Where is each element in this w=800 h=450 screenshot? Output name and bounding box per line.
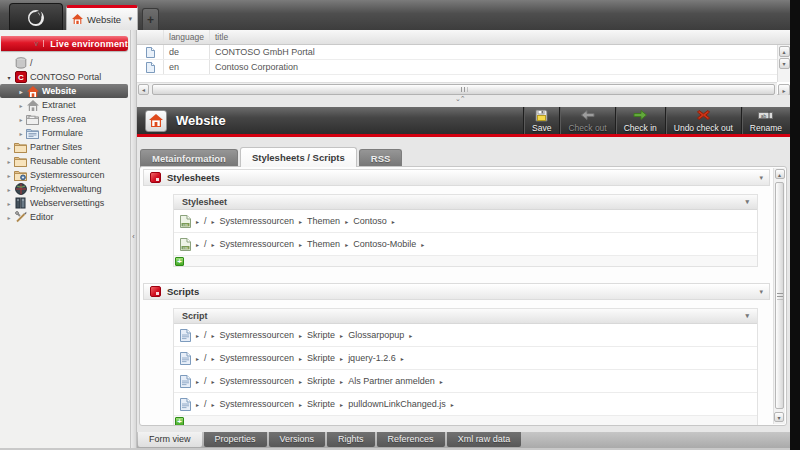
- group-header[interactable]: Stylesheet▾: [174, 195, 757, 210]
- scrollbar-thumb[interactable]: [152, 84, 775, 95]
- breadcrumb-item[interactable]: Themen: [307, 216, 340, 226]
- save-button[interactable]: Save: [523, 107, 559, 134]
- view-tab-form-view[interactable]: Form view: [138, 432, 202, 447]
- window-tab-website[interactable]: Website ▾: [66, 5, 138, 30]
- breadcrumb-item[interactable]: /: [204, 353, 207, 363]
- language-table-row[interactable]: deCONTOSO GmbH Portal: [137, 45, 790, 60]
- sidebar-item-website[interactable]: ▸Website: [0, 84, 128, 98]
- language-table-row[interactable]: enContoso Corporation: [137, 60, 790, 75]
- scroll-down-button[interactable]: ▾: [774, 412, 784, 422]
- scrollbar-thumb[interactable]: [775, 182, 784, 409]
- view-tab-properties[interactable]: Properties: [204, 432, 267, 447]
- breadcrumb-item[interactable]: Contoso: [353, 216, 387, 226]
- breadcrumb-item[interactable]: Systemressourcen: [220, 399, 295, 409]
- breadcrumb-item[interactable]: Skripte: [307, 330, 335, 340]
- view-tab-rights[interactable]: Rights: [327, 432, 375, 447]
- sidebar-item-root[interactable]: /: [0, 56, 129, 70]
- tree-expand-icon[interactable]: ▸: [17, 88, 25, 95]
- sidebar-item-editor[interactable]: ▸Editor: [0, 210, 129, 224]
- breadcrumb-item[interactable]: /: [204, 216, 207, 226]
- breadcrumb-item[interactable]: pulldownLinkChanged.js: [348, 399, 446, 409]
- breadcrumb-item[interactable]: jquery-1.2.6: [348, 353, 396, 363]
- tree-expand-icon[interactable]: ▸: [5, 186, 13, 193]
- column-header-language[interactable]: language: [163, 30, 209, 44]
- tab-stylesheets-scripts[interactable]: Stylesheets / Scripts: [240, 147, 357, 167]
- rename-button[interactable]: abRename: [741, 107, 790, 134]
- chevron-down-icon[interactable]: ▾: [128, 15, 132, 23]
- tree-expand-icon[interactable]: ▸: [17, 116, 25, 123]
- breadcrumb-item[interactable]: Systemressourcen: [220, 330, 295, 340]
- tree-expand-icon[interactable]: ▸: [5, 200, 13, 207]
- scroll-up-button[interactable]: ▴: [775, 169, 785, 179]
- editor-content: MetainformationStylesheets / ScriptsRSS …: [137, 137, 790, 432]
- chevron-down-icon[interactable]: v: [29, 40, 44, 47]
- tree-expand-icon[interactable]: ▸: [5, 172, 13, 179]
- splitter-collapse-handle[interactable]: ‹: [131, 233, 136, 240]
- add-item-button[interactable]: +: [175, 257, 184, 266]
- tree-expand-icon[interactable]: ▸: [5, 158, 13, 165]
- tree-collapse-icon[interactable]: ▾: [5, 74, 13, 81]
- breadcrumb-item[interactable]: Als Partner anmelden: [348, 376, 435, 386]
- add-item-button[interactable]: +: [175, 417, 184, 426]
- sidebar-item-systemressourcen[interactable]: ▸Systemressourcen: [0, 168, 129, 182]
- folder-form-icon: [26, 127, 39, 139]
- breadcrumb-item[interactable]: Systemressourcen: [220, 353, 295, 363]
- scroll-down-button[interactable]: ▾: [779, 58, 790, 69]
- tree-expand-icon[interactable]: ▸: [17, 130, 25, 137]
- breadcrumb-item[interactable]: Systemressourcen: [220, 239, 295, 249]
- check-in-button[interactable]: Check in: [615, 107, 665, 134]
- horizontal-splitter[interactable]: ⌄⌃: [137, 95, 790, 107]
- view-tab-xml-raw-data[interactable]: Xml raw data: [447, 432, 522, 447]
- breadcrumb-item[interactable]: Contoso-Mobile: [353, 239, 416, 249]
- tree-expand-icon[interactable]: ▸: [5, 144, 13, 151]
- form-panel: Stylesheets▾Stylesheet▾css▸/▸Systemresso…: [139, 166, 787, 426]
- group-header[interactable]: Script▾: [174, 309, 757, 324]
- breadcrumb-item[interactable]: Skripte: [307, 353, 335, 363]
- scroll-left-button[interactable]: ◂: [138, 84, 149, 95]
- tree-expand-icon[interactable]: ▸: [17, 102, 25, 109]
- breadcrumb-item[interactable]: /: [204, 239, 207, 249]
- scroll-up-button[interactable]: ▴: [779, 46, 790, 57]
- chevron-down-icon[interactable]: ▾: [759, 288, 763, 296]
- column-header-title[interactable]: title: [209, 30, 790, 44]
- tree-item-label: Reusable content: [30, 156, 100, 166]
- chevron-down-icon[interactable]: ▾: [745, 198, 749, 206]
- chevron-down-icon[interactable]: ▾: [745, 312, 749, 320]
- cell-title: Contoso Corporation: [209, 60, 790, 74]
- tree-item-label: Extranet: [42, 100, 76, 110]
- view-tab-references[interactable]: References: [377, 432, 445, 447]
- server-book-icon: [14, 197, 27, 209]
- sidebar-item-extranet[interactable]: ▸Extranet: [0, 98, 129, 112]
- splitter-collapse-handle[interactable]: ⌄⌃: [455, 95, 465, 103]
- breadcrumb-item[interactable]: Systemressourcen: [220, 216, 295, 226]
- new-tab-button[interactable]: +: [142, 8, 159, 30]
- sidebar-item-projektverwaltung[interactable]: ▸Projektverwaltung: [0, 182, 129, 196]
- chevron-down-icon[interactable]: ▾: [759, 174, 763, 182]
- undo-check-out-button[interactable]: Undo check out: [665, 107, 741, 134]
- sidebar-item-press-area[interactable]: ▸Press Area: [0, 112, 129, 126]
- section-header-scripts[interactable]: Scripts▾: [143, 283, 770, 300]
- sidebar-item-formulare[interactable]: ▸Formulare: [0, 126, 129, 140]
- sidebar-item-partner-sites[interactable]: ▸Partner Sites: [0, 140, 129, 154]
- tab-metainformation[interactable]: Metainformation: [140, 149, 238, 167]
- breadcrumb-item[interactable]: /: [204, 376, 207, 386]
- sidebar-item-webserversettings[interactable]: ▸Webserversettings: [0, 196, 129, 210]
- tree-expand-icon[interactable]: ▸: [5, 214, 13, 221]
- sidebar-splitter[interactable]: ‹: [130, 30, 137, 450]
- tab-rss[interactable]: RSS: [359, 149, 403, 167]
- breadcrumb-item[interactable]: /: [204, 330, 207, 340]
- breadcrumb-separator-icon: ▸: [196, 401, 199, 408]
- sidebar-item-reusable-content[interactable]: ▸Reusable content: [0, 154, 129, 168]
- environment-header[interactable]: v Live environment: [1, 36, 128, 51]
- sidebar-item-contoso-portal[interactable]: ▾CCONTOSO Portal: [0, 70, 129, 84]
- section-header-stylesheets[interactable]: Stylesheets▾: [143, 169, 770, 186]
- breadcrumb-item[interactable]: Themen: [307, 239, 340, 249]
- view-tab-versions[interactable]: Versions: [269, 432, 326, 447]
- breadcrumb-item[interactable]: Skripte: [307, 399, 335, 409]
- breadcrumb-item[interactable]: Skripte: [307, 376, 335, 386]
- breadcrumb-item[interactable]: /: [204, 399, 207, 409]
- breadcrumb-separator-icon: ▸: [340, 401, 343, 408]
- breadcrumb-item[interactable]: Glossarpopup: [348, 330, 404, 340]
- home-muted-icon: [26, 99, 39, 111]
- breadcrumb-item[interactable]: Systemressourcen: [220, 376, 295, 386]
